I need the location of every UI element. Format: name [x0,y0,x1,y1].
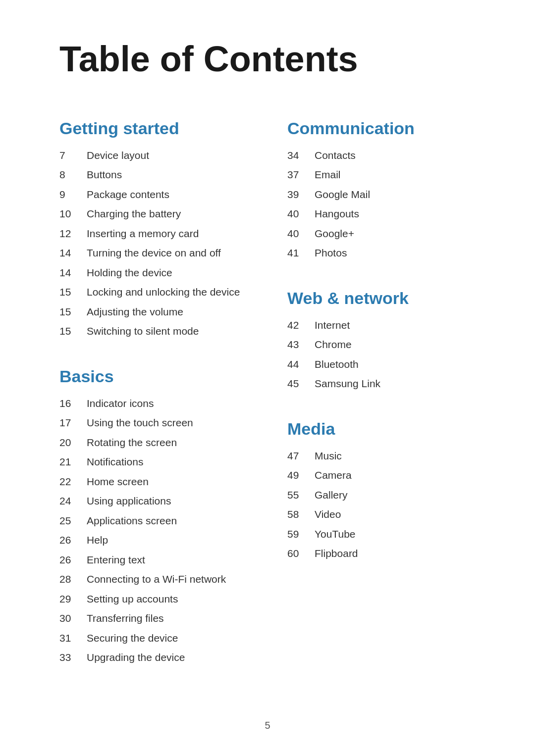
list-item: 28Connecting to a Wi-Fi network [59,571,258,587]
toc-page-number: 12 [59,226,87,242]
list-item: 22Home screen [59,474,258,490]
toc-page-number: 26 [59,532,87,548]
list-item: 42Internet [287,317,485,333]
toc-item-label: Connecting to a Wi-Fi network [87,571,226,587]
list-item: 44Bluetooth [287,356,485,372]
toc-item-label: Camera [315,467,352,483]
toc-page-number: 60 [287,546,315,561]
list-item: 17Using the touch screen [59,415,258,431]
toc-item-label: Device layout [87,148,149,163]
list-item: 8Buttons [59,167,258,183]
toc-item-label: Home screen [87,474,149,490]
list-item: 60Flipboard [287,546,485,561]
list-item: 40Hangouts [287,206,485,222]
right-section-title-0: Communication [287,118,485,139]
toc-item-label: Internet [315,317,350,333]
toc-page-number: 30 [59,610,87,626]
page-number: 5 [265,720,270,731]
toc-page-number: 14 [59,265,87,281]
list-item: 55Gallery [287,487,485,503]
toc-item-label: Transferring files [87,610,164,626]
toc-item-label: Turning the device on and off [87,245,221,261]
toc-item-label: Charging the battery [87,206,181,222]
toc-page-number: 22 [59,474,87,490]
left-section-0: Getting started7Device layout8Buttons9Pa… [59,118,258,339]
list-item: 59YouTube [287,526,485,542]
toc-item-label: Flipboard [315,546,358,561]
list-item: 12Inserting a memory card [59,226,258,242]
list-item: 58Video [287,506,485,522]
list-item: 40Google+ [287,226,485,242]
list-item: 7Device layout [59,148,258,163]
left-section-title-1: Basics [59,366,258,387]
list-item: 30Transferring files [59,610,258,626]
left-section-1: Basics16Indicator icons17Using the touch… [59,366,258,665]
list-item: 49Camera [287,467,485,483]
toc-page-number: 20 [59,435,87,451]
toc-page-number: 55 [287,487,315,503]
right-section-2: Media47Music49Camera55Gallery58Video59Yo… [287,419,485,561]
toc-item-label: Securing the device [87,630,178,646]
left-column: Getting started7Device layout8Buttons9Pa… [59,118,258,693]
toc-page-number: 16 [59,396,87,411]
right-section-1: Web & network42Internet43Chrome44Bluetoo… [287,288,485,392]
toc-page-number: 7 [59,148,87,163]
toc-item-label: Rotating the screen [87,435,177,451]
toc-page-number: 9 [59,187,87,202]
list-item: 34Contacts [287,148,485,163]
toc-page-number: 47 [287,448,315,464]
list-item: 33Upgrading the device [59,650,258,665]
page: Table of Contents Getting started7Device… [0,0,535,756]
toc-page-number: 15 [59,323,87,339]
toc-columns: Getting started7Device layout8Buttons9Pa… [59,118,485,693]
toc-page-number: 37 [287,167,315,183]
list-item: 15Locking and unlocking the device [59,284,258,300]
list-item: 15Switching to silent mode [59,323,258,339]
list-item: 26Help [59,532,258,548]
list-item: 26Entering text [59,552,258,568]
toc-page-number: 31 [59,630,87,646]
toc-item-label: Setting up accounts [87,591,178,607]
list-item: 39Google Mail [287,187,485,202]
toc-page-number: 24 [59,493,87,509]
toc-item-label: Samsung Link [315,376,380,392]
toc-page-number: 26 [59,552,87,568]
toc-item-label: YouTube [315,526,356,542]
toc-page-number: 40 [287,206,315,222]
toc-page-number: 33 [59,650,87,665]
list-item: 43Chrome [287,337,485,353]
toc-item-label: Notifications [87,454,143,470]
toc-item-label: Chrome [315,337,352,353]
toc-page-number: 17 [59,415,87,431]
toc-item-label: Adjusting the volume [87,304,183,320]
list-item: 15Adjusting the volume [59,304,258,320]
toc-item-label: Using the touch screen [87,415,193,431]
toc-item-label: Upgrading the device [87,650,185,665]
toc-item-label: Switching to silent mode [87,323,199,339]
toc-page-number: 45 [287,376,315,392]
toc-item-label: Bluetooth [315,356,359,372]
toc-item-label: Holding the device [87,265,172,281]
toc-item-label: Photos [315,245,347,261]
list-item: 10Charging the battery [59,206,258,222]
toc-item-label: Gallery [315,487,348,503]
toc-page-number: 14 [59,245,87,261]
list-item: 37Email [287,167,485,183]
toc-page-number: 10 [59,206,87,222]
toc-item-label: Google Mail [315,187,370,202]
right-section-0: Communication34Contacts37Email39Google M… [287,118,485,261]
toc-item-label: Google+ [315,226,354,242]
list-item: 25Applications screen [59,513,258,529]
right-column: Communication34Contacts37Email39Google M… [287,118,485,693]
toc-item-label: Contacts [315,148,356,163]
page-number-footer: 5 [0,720,535,731]
toc-page-number: 29 [59,591,87,607]
toc-page-number: 41 [287,245,315,261]
list-item: 47Music [287,448,485,464]
toc-item-label: Help [87,532,108,548]
toc-page-number: 42 [287,317,315,333]
toc-item-label: Hangouts [315,206,359,222]
list-item: 9Package contents [59,187,258,202]
toc-page-number: 58 [287,506,315,522]
toc-item-label: Inserting a memory card [87,226,199,242]
